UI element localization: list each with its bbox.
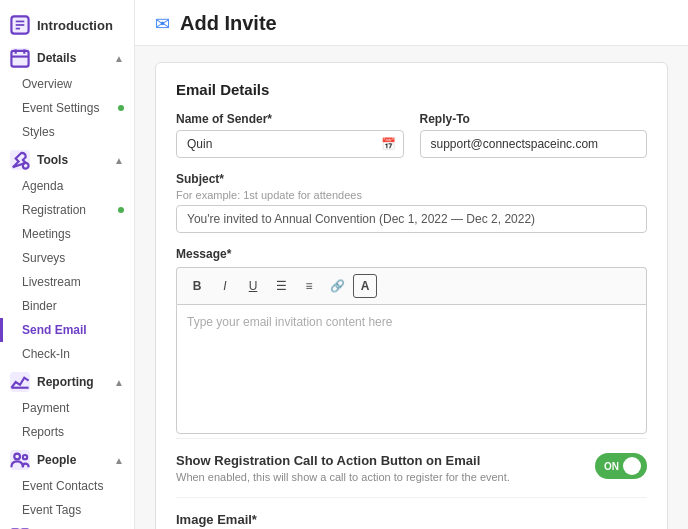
bullet-list-button[interactable]: ☰ bbox=[269, 274, 293, 298]
sidebar-item-agenda[interactable]: Agenda bbox=[0, 174, 134, 198]
sidebar-item-meetings[interactable]: Meetings bbox=[0, 222, 134, 246]
editor-toolbar: B I U ☰ ≡ 🔗 A bbox=[176, 267, 647, 304]
page-title: Add Invite bbox=[180, 12, 277, 35]
link-button[interactable]: 🔗 bbox=[325, 274, 349, 298]
tools-section-label: Tools bbox=[37, 153, 68, 167]
tools-icon bbox=[10, 150, 30, 170]
message-placeholder: Type your email invitation content here bbox=[187, 315, 392, 329]
toggle-info: Show Registration Call to Action Button … bbox=[176, 453, 510, 483]
underline-button[interactable]: U bbox=[241, 274, 265, 298]
registration-dot bbox=[118, 207, 124, 213]
content-area: Email Details Name of Sender* 📅 Reply-To bbox=[135, 46, 688, 529]
sidebar-item-event-settings[interactable]: Event Settings bbox=[0, 96, 134, 120]
sidebar-section-reporting[interactable]: Reporting ▲ bbox=[0, 366, 134, 396]
sender-input[interactable] bbox=[176, 130, 404, 158]
sidebar-section-addons[interactable]: Add Ons ▲ bbox=[0, 522, 134, 529]
font-button[interactable]: A bbox=[353, 274, 377, 298]
sidebar-item-event-contacts[interactable]: Event Contacts bbox=[0, 474, 134, 498]
people-arrow: ▲ bbox=[114, 455, 124, 466]
svg-rect-4 bbox=[11, 51, 28, 67]
reporting-arrow: ▲ bbox=[114, 377, 124, 388]
reporting-section-label: Reporting bbox=[37, 375, 94, 389]
calendar-icon: 📅 bbox=[381, 137, 396, 151]
subject-hint: For example: 1st update for attendees bbox=[176, 189, 647, 201]
sidebar-item-registration[interactable]: Registration bbox=[0, 198, 134, 222]
sender-row: Name of Sender* 📅 Reply-To bbox=[176, 112, 647, 158]
email-details-card: Email Details Name of Sender* 📅 Reply-To bbox=[155, 62, 668, 529]
sidebar-item-binder[interactable]: Binder bbox=[0, 294, 134, 318]
intro-icon bbox=[10, 15, 30, 35]
sidebar-item-overview[interactable]: Overview bbox=[0, 72, 134, 96]
message-editor[interactable]: Type your email invitation content here bbox=[176, 304, 647, 434]
toggle-switch[interactable]: ON bbox=[595, 453, 647, 479]
sidebar: Introduction Details ▲ Overview Event Se… bbox=[0, 0, 135, 529]
sidebar-item-payment[interactable]: Payment bbox=[0, 396, 134, 420]
sidebar-item-reports[interactable]: Reports bbox=[0, 420, 134, 444]
card-title: Email Details bbox=[176, 81, 647, 98]
event-settings-dot bbox=[118, 105, 124, 111]
sender-label: Name of Sender* bbox=[176, 112, 404, 126]
sidebar-item-event-tags[interactable]: Event Tags bbox=[0, 498, 134, 522]
tools-arrow: ▲ bbox=[114, 155, 124, 166]
italic-button[interactable]: I bbox=[213, 274, 237, 298]
ordered-list-button[interactable]: ≡ bbox=[297, 274, 321, 298]
reply-to-group: Reply-To bbox=[420, 112, 648, 158]
toggle-desc: When enabled, this will show a call to a… bbox=[176, 471, 510, 483]
image-section: Image Email* Choose File No file chosen … bbox=[176, 497, 647, 529]
image-label: Image Email* bbox=[176, 512, 647, 527]
page-header: ✉ Add Invite bbox=[135, 0, 688, 46]
subject-label: Subject* bbox=[176, 172, 647, 186]
subject-group: Subject* For example: 1st update for att… bbox=[176, 172, 647, 233]
toggle-state-label: ON bbox=[604, 461, 619, 472]
details-arrow: ▲ bbox=[114, 53, 124, 64]
subject-input[interactable] bbox=[176, 205, 647, 233]
toggle-title: Show Registration Call to Action Button … bbox=[176, 453, 510, 468]
envelope-icon: ✉ bbox=[155, 13, 170, 35]
svg-point-8 bbox=[23, 163, 29, 169]
sidebar-item-surveys[interactable]: Surveys bbox=[0, 246, 134, 270]
toggle-row: Show Registration Call to Action Button … bbox=[176, 438, 647, 497]
sidebar-item-introduction[interactable]: Introduction bbox=[0, 8, 134, 42]
people-icon bbox=[10, 450, 30, 470]
sidebar-item-check-in[interactable]: Check-In bbox=[0, 342, 134, 366]
details-icon bbox=[10, 48, 30, 68]
svg-point-10 bbox=[14, 454, 20, 460]
sidebar-section-tools[interactable]: Tools ▲ bbox=[0, 144, 134, 174]
sender-input-wrap: 📅 bbox=[176, 130, 404, 158]
reply-to-label: Reply-To bbox=[420, 112, 648, 126]
sidebar-section-details[interactable]: Details ▲ bbox=[0, 42, 134, 72]
sender-group: Name of Sender* 📅 bbox=[176, 112, 404, 158]
details-section-label: Details bbox=[37, 51, 76, 65]
message-label: Message* bbox=[176, 247, 647, 261]
sidebar-item-livestream[interactable]: Livestream bbox=[0, 270, 134, 294]
introduction-label: Introduction bbox=[37, 18, 113, 33]
bold-button[interactable]: B bbox=[185, 274, 209, 298]
sidebar-item-styles[interactable]: Styles bbox=[0, 120, 134, 144]
main-content: ✉ Add Invite Email Details Name of Sende… bbox=[135, 0, 688, 529]
message-group: Message* B I U ☰ ≡ 🔗 A Type your email i… bbox=[176, 247, 647, 434]
reporting-icon bbox=[10, 372, 30, 392]
people-section-label: People bbox=[37, 453, 76, 467]
svg-point-11 bbox=[23, 455, 27, 459]
sidebar-item-send-email[interactable]: Send Email bbox=[0, 318, 134, 342]
sidebar-section-people[interactable]: People ▲ bbox=[0, 444, 134, 474]
toggle-knob bbox=[623, 457, 641, 475]
reply-to-input[interactable] bbox=[420, 130, 648, 158]
